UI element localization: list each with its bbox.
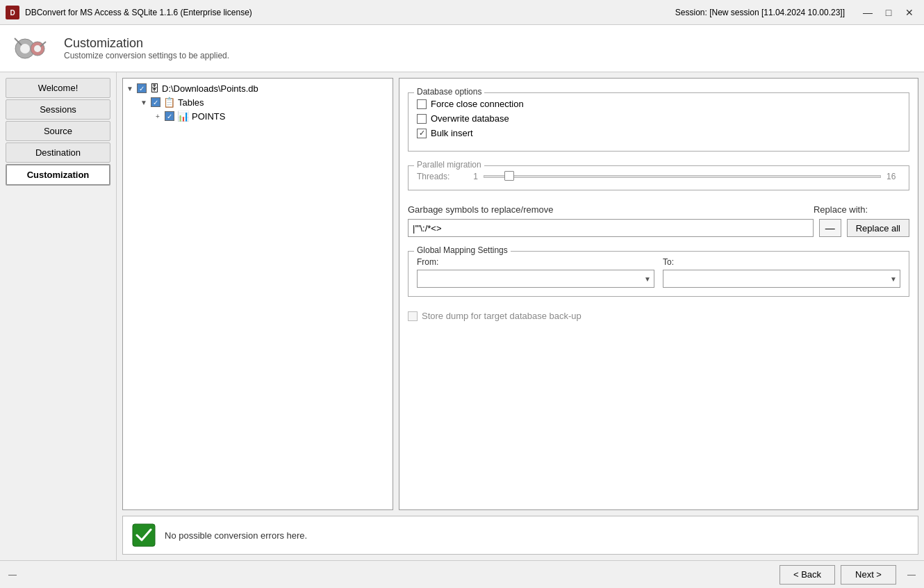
from-col: From: ▼ bbox=[417, 257, 654, 288]
nav-welcome[interactable]: Welcome! bbox=[6, 78, 110, 98]
left-nav: Welcome! Sessions Source Destination Cus… bbox=[0, 72, 117, 560]
slider-max-value: 16 bbox=[886, 172, 900, 181]
status-icon bbox=[131, 523, 156, 548]
bulk-insert-label: Bulk insert bbox=[431, 128, 473, 138]
svg-point-5 bbox=[34, 45, 41, 52]
middle-section: ▼ ✓ 🗄 D:\Downloads\Points.db ▼ ✓ 📋 Table… bbox=[122, 78, 918, 510]
root-label: D:\Downloads\Points.db bbox=[162, 83, 258, 94]
tables-icon: 📋 bbox=[163, 97, 175, 108]
slider-thumb[interactable] bbox=[504, 171, 514, 181]
tree-root-item[interactable]: ▼ ✓ 🗄 D:\Downloads\Points.db bbox=[126, 81, 390, 95]
tree-points-item[interactable]: + ✓ 📊 POINTS bbox=[154, 109, 390, 123]
header-title-block: Customization Customize conversion setti… bbox=[64, 36, 229, 60]
tables-expander[interactable]: ▼ bbox=[140, 98, 148, 106]
points-label: POINTS bbox=[192, 111, 225, 122]
nav-source[interactable]: Source bbox=[6, 121, 110, 141]
status-bar: No possible conversion errors here. bbox=[122, 516, 918, 555]
tables-checkbox[interactable]: ✓ bbox=[151, 97, 160, 107]
mapping-title: Global Mapping Settings bbox=[414, 245, 511, 255]
bulk-insert-row: ✓ Bulk insert bbox=[417, 128, 900, 138]
options-panel: Database options Force close connection … bbox=[399, 78, 918, 510]
slider-row: Threads: 1 16 bbox=[417, 172, 900, 181]
parallel-title: Parallel migration bbox=[414, 160, 484, 170]
dump-checkbox bbox=[408, 311, 418, 321]
parallel-migration-group: Parallel migration Threads: 1 16 bbox=[408, 165, 909, 190]
table-icon: 📊 bbox=[177, 111, 189, 122]
nav-sessions[interactable]: Sessions bbox=[6, 99, 110, 120]
points-expander[interactable]: + bbox=[154, 112, 162, 120]
svg-point-3 bbox=[20, 44, 30, 54]
header: Customization Customize conversion setti… bbox=[0, 25, 924, 72]
force-close-checkbox[interactable] bbox=[417, 99, 427, 109]
main-content: Welcome! Sessions Source Destination Cus… bbox=[0, 72, 924, 560]
garbage-header: Garbage symbols to replace/remove Replac… bbox=[408, 204, 909, 215]
tables-label: Tables bbox=[178, 97, 204, 108]
replace-all-button[interactable]: Replace all bbox=[847, 219, 909, 237]
bottom-minimize-right: — bbox=[907, 570, 916, 580]
to-col: To: ▼ bbox=[663, 257, 900, 288]
nav-destination[interactable]: Destination bbox=[6, 142, 110, 163]
page-title: Customization bbox=[64, 36, 229, 51]
garbage-input[interactable] bbox=[408, 219, 814, 237]
nav-customization[interactable]: Customization bbox=[6, 164, 110, 186]
force-close-row: Force close connection bbox=[417, 99, 900, 109]
app-title: DBConvert for MS Access & SQLite 1.1.6 (… bbox=[25, 8, 675, 17]
garbage-title: Garbage symbols to replace/remove bbox=[408, 204, 554, 215]
window-controls: — □ ✕ bbox=[859, 5, 918, 20]
mapping-group: Global Mapping Settings From: ▼ To: bbox=[408, 251, 909, 297]
from-dropdown-icon: ▼ bbox=[644, 275, 651, 283]
database-icon: 🗄 bbox=[149, 83, 159, 94]
overwrite-label: Overwrite database bbox=[431, 113, 509, 124]
database-options-group: Database options Force close connection … bbox=[408, 92, 909, 152]
close-button[interactable]: ✕ bbox=[900, 5, 918, 20]
tree-panel: ▼ ✓ 🗄 D:\Downloads\Points.db ▼ ✓ 📋 Table… bbox=[122, 78, 393, 510]
root-expander[interactable]: ▼ bbox=[126, 84, 134, 92]
mapping-row: From: ▼ To: ▼ bbox=[417, 257, 900, 288]
dump-row: Store dump for target database back-up bbox=[408, 311, 909, 321]
from-label: From: bbox=[417, 257, 654, 267]
replace-dash-button[interactable]: — bbox=[819, 219, 841, 237]
next-button[interactable]: Next > bbox=[841, 565, 896, 585]
root-checkbox[interactable]: ✓ bbox=[137, 83, 147, 93]
dump-label: Store dump for target database back-up bbox=[422, 311, 581, 321]
to-dropdown-icon: ▼ bbox=[890, 275, 897, 283]
session-label: Session: [New session [11.04.2024 10.00.… bbox=[675, 8, 845, 17]
overwrite-checkbox[interactable] bbox=[417, 114, 427, 124]
app-icon: D bbox=[6, 6, 19, 19]
tree-tables-item[interactable]: ▼ ✓ 📋 Tables bbox=[140, 95, 390, 109]
taskbar-minimize: — bbox=[8, 570, 17, 580]
slider-min-value: 1 bbox=[464, 172, 478, 181]
bottom-bar: — < Back Next > — bbox=[0, 560, 924, 588]
garbage-row: — Replace all bbox=[408, 219, 909, 237]
points-checkbox[interactable]: ✓ bbox=[165, 111, 174, 121]
right-content: ▼ ✓ 🗄 D:\Downloads\Points.db ▼ ✓ 📋 Table… bbox=[117, 72, 924, 560]
threads-label: Threads: bbox=[417, 172, 459, 181]
status-message: No possible conversion errors here. bbox=[165, 530, 307, 541]
to-label: To: bbox=[663, 257, 900, 267]
app-logo bbox=[11, 31, 53, 66]
db-options-title: Database options bbox=[414, 87, 484, 97]
page-subtitle: Customize conversion settings to be appl… bbox=[64, 51, 229, 60]
from-select[interactable]: ▼ bbox=[417, 270, 654, 288]
bulk-insert-checkbox[interactable]: ✓ bbox=[417, 129, 427, 138]
svg-text:D: D bbox=[10, 9, 15, 17]
to-select[interactable]: ▼ bbox=[663, 270, 900, 288]
title-bar: D DBConvert for MS Access & SQLite 1.1.6… bbox=[0, 0, 924, 25]
tree-indent-points: + ✓ 📊 POINTS bbox=[140, 109, 390, 123]
minimize-button[interactable]: — bbox=[859, 5, 877, 20]
replace-with-title: Replace with: bbox=[814, 204, 868, 215]
tree-indent-tables: ▼ ✓ 📋 Tables + ✓ 📊 POINTS bbox=[126, 95, 390, 123]
garbage-section: Garbage symbols to replace/remove Replac… bbox=[408, 204, 909, 237]
maximize-button[interactable]: □ bbox=[880, 5, 898, 20]
back-button[interactable]: < Back bbox=[779, 565, 835, 585]
overwrite-row: Overwrite database bbox=[417, 113, 900, 124]
force-close-label: Force close connection bbox=[431, 99, 524, 109]
threads-slider[interactable] bbox=[484, 175, 881, 178]
